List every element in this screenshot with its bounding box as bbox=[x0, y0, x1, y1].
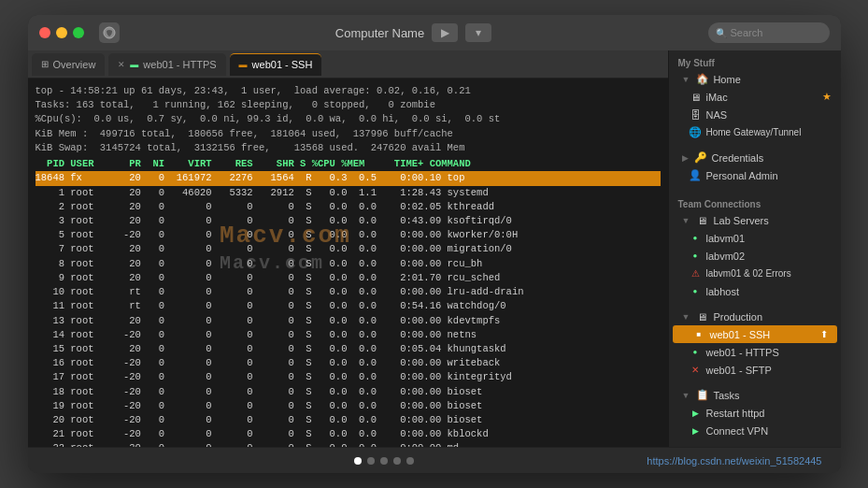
sidebar-item-personal-admin[interactable]: 👤 Personal Admin bbox=[669, 166, 841, 184]
bottom-link[interactable]: https://blog.csdn.net/weixin_51582445 bbox=[647, 455, 821, 466]
table-row: 1 root 20 0 46020 5332 2912 S 0.0 1.1 1:… bbox=[36, 186, 661, 200]
sidebar-item-web01-https[interactable]: ● web01 - HTTPS bbox=[669, 343, 841, 361]
sidebar-item-production[interactable]: ▼ 🖥 Production bbox=[669, 308, 841, 325]
labvm01-icon: ● bbox=[690, 232, 702, 244]
main-area: ⊞ Overview ✕ ▬ web01 - HTTPS ▬ web01 - S… bbox=[28, 50, 841, 447]
table-row: 18648 fx 20 0 161972 2276 1564 R 0.3 0.5… bbox=[36, 171, 661, 185]
bottom-bar: https://blog.csdn.net/weixin_51582445 bbox=[28, 447, 841, 473]
table-row: 22 root -20 0 0 0 0 S 0.0 0.0 0:00.00 md bbox=[36, 441, 661, 447]
terminal-content: top - 14:58:21 up 61 days, 23:43, 1 user… bbox=[28, 79, 668, 447]
dropdown-button[interactable]: ▾ bbox=[465, 23, 491, 42]
dot-1[interactable] bbox=[354, 457, 362, 465]
chevron-down-icon-lab: ▼ bbox=[682, 216, 690, 225]
sidebar-credentials-label: Credentials bbox=[712, 152, 764, 164]
term-line-5: KiB Swap: 3145724 total, 3132156 free, 1… bbox=[36, 141, 661, 155]
term-line-4: KiB Mem : 499716 total, 180656 free, 181… bbox=[36, 127, 661, 141]
table-row: 21 root -20 0 0 0 0 S 0.0 0.0 0:00.00 kb… bbox=[36, 427, 661, 441]
maximize-button[interactable] bbox=[73, 27, 84, 38]
table-row: 16 root -20 0 0 0 0 S 0.0 0.0 0:00.00 wr… bbox=[36, 356, 661, 370]
minimize-button[interactable] bbox=[56, 27, 67, 38]
table-row: 20 root -20 0 0 0 0 S 0.0 0.0 0:00.00 bi… bbox=[36, 413, 661, 427]
sidebar-team-section: Team Connections ▼ 🖥 Lab Servers ● labvm… bbox=[669, 192, 841, 302]
tab-web01-https[interactable]: ✕ ▬ web01 - HTTPS bbox=[108, 53, 225, 76]
sidebar-item-credentials-header[interactable]: ▶ 🔑 Credentials bbox=[669, 149, 841, 166]
play-icon-vpn: ▶ bbox=[690, 424, 702, 437]
table-row: 5 root -20 0 0 0 0 S 0.0 0.0 0:00.00 kwo… bbox=[36, 228, 661, 242]
traffic-lights[interactable] bbox=[39, 27, 84, 38]
table-row: 2 root 20 0 0 0 0 S 0.0 0.0 0:02.05 kthr… bbox=[36, 200, 661, 214]
tab-overview-label: Overview bbox=[53, 59, 96, 70]
monitor-icon-ssh: ▬ bbox=[239, 60, 248, 69]
home-icon: 🏠 bbox=[696, 73, 708, 85]
sidebar-item-tasks-header[interactable]: ▼ 📋 Tasks bbox=[669, 386, 841, 404]
sidebar-labvm-errors-label: labvm01 & 02 Errors bbox=[706, 268, 791, 279]
term-table-header: PID USER PR NI VIRT RES SHR S %CPU %MEM … bbox=[36, 157, 661, 171]
sidebar-labvm01-label: labvm01 bbox=[706, 233, 746, 244]
sidebar-item-labvm02[interactable]: ● labvm02 bbox=[669, 247, 841, 265]
table-row: 8 root 20 0 0 0 0 S 0.0 0.0 0:00.00 rcu_… bbox=[36, 257, 661, 271]
chevron-down-icon-prod: ▼ bbox=[682, 312, 690, 322]
table-row: 3 root 20 0 0 0 0 S 0.0 0.0 0:43.09 ksof… bbox=[36, 214, 661, 228]
dot-5[interactable] bbox=[406, 457, 414, 465]
web01-https-icon: ● bbox=[690, 346, 702, 358]
nas-icon: 🗄 bbox=[690, 108, 702, 121]
grid-icon: ⊞ bbox=[41, 59, 49, 69]
sidebar-item-lab-servers[interactable]: ▼ 🖥 Lab Servers bbox=[669, 211, 841, 229]
sidebar-personal-admin-label: Personal Admin bbox=[706, 170, 778, 181]
sidebar-item-labvm01[interactable]: ● labvm01 bbox=[669, 229, 841, 247]
tasks-header-icon: 📋 bbox=[696, 389, 708, 401]
my-stuff-title: My Stuff bbox=[669, 56, 841, 70]
search-bar[interactable]: 🔍 Search bbox=[708, 22, 830, 43]
sidebar-item-imac[interactable]: 🖥 iMac ★ bbox=[669, 88, 841, 106]
team-connections-title: Team Connections bbox=[669, 197, 841, 211]
sidebar-home-label: Home bbox=[713, 74, 740, 85]
sidebar-imac-label: iMac bbox=[706, 92, 728, 103]
sidebar-item-web01-ssh[interactable]: ■ web01 - SSH ⬆ bbox=[673, 325, 837, 343]
sidebar-restart-httpd-label: Restart httpd bbox=[706, 408, 765, 419]
sidebar-item-web01-sftp[interactable]: ✕ web01 - SFTP bbox=[669, 361, 841, 379]
sidebar-item-nas[interactable]: 🗄 NAS bbox=[669, 106, 841, 123]
term-line-3: %Cpu(s): 0.0 us, 0.7 sy, 0.0 ni, 99.3 id… bbox=[36, 112, 661, 126]
close-button[interactable] bbox=[39, 27, 50, 38]
tab-web01-https-label: web01 - HTTPS bbox=[143, 59, 216, 70]
sidebar-labhost-label: labhost bbox=[706, 286, 739, 297]
sidebar-item-labvm-errors[interactable]: ⚠ labvm01 & 02 Errors bbox=[669, 265, 841, 282]
play-button[interactable]: ▶ bbox=[432, 23, 458, 42]
sidebar-item-home-gateway[interactable]: 🌐 Home Gateway/Tunnel bbox=[669, 123, 841, 141]
sidebar-my-stuff: My Stuff ▼ 🏠 Home 🖥 iMac ★ 🗄 NAS bbox=[669, 50, 841, 143]
table-row: 17 root -20 0 0 0 0 S 0.0 0.0 0:00.00 ki… bbox=[36, 370, 661, 384]
sidebar-item-home[interactable]: ▼ 🏠 Home bbox=[669, 70, 841, 88]
sidebar-labvm02-label: labvm02 bbox=[706, 251, 746, 262]
sidebar-lab-label: Lab Servers bbox=[713, 215, 768, 226]
titlebar-center: Computer Name ▶ ▾ bbox=[127, 23, 701, 42]
tab-web01-https-close[interactable]: ✕ bbox=[118, 60, 125, 69]
app-icon bbox=[99, 22, 120, 43]
search-label: Search bbox=[731, 27, 763, 38]
term-line-2: Tasks: 163 total, 1 running, 162 sleepin… bbox=[36, 98, 661, 112]
web01-sftp-icon: ✕ bbox=[690, 364, 702, 376]
table-row: 14 root -20 0 0 0 0 S 0.0 0.0 0:00.00 ne… bbox=[36, 328, 661, 342]
tab-overview[interactable]: ⊞ Overview bbox=[32, 53, 106, 76]
production-icon: 🖥 bbox=[696, 310, 708, 323]
titlebar: Computer Name ▶ ▾ 🔍 Search bbox=[28, 15, 841, 50]
sidebar-item-connect-vpn[interactable]: ▶ Connect VPN bbox=[669, 422, 841, 439]
sidebar-tasks-label: Tasks bbox=[713, 390, 739, 401]
gateway-icon: 🌐 bbox=[690, 126, 702, 138]
dot-2[interactable] bbox=[367, 457, 375, 465]
sidebar-item-restart-httpd[interactable]: ▶ Restart httpd bbox=[669, 404, 841, 422]
labhost-icon: ● bbox=[690, 285, 702, 297]
tabs-bar: ⊞ Overview ✕ ▬ web01 - HTTPS ▬ web01 - S… bbox=[28, 50, 668, 79]
imac-icon: 🖥 bbox=[690, 91, 702, 103]
dot-4[interactable] bbox=[393, 457, 401, 465]
sidebar-nas-label: NAS bbox=[706, 109, 728, 121]
dot-3[interactable] bbox=[380, 457, 388, 465]
table-row: 7 root 20 0 0 0 0 S 0.0 0.0 0:00.00 migr… bbox=[36, 242, 661, 256]
tab-web01-ssh[interactable]: ▬ web01 - SSH bbox=[230, 53, 322, 76]
sidebar-item-labhost[interactable]: ● labhost bbox=[669, 282, 841, 300]
play-icon-httpd: ▶ bbox=[690, 407, 702, 419]
upload-icon: ⬆ bbox=[820, 329, 828, 339]
labvm02-icon: ● bbox=[690, 250, 702, 262]
table-row: 10 root rt 0 0 0 0 S 0.0 0.0 0:00.00 lru… bbox=[36, 285, 661, 299]
terminal-rows: 18648 fx 20 0 161972 2276 1564 R 0.3 0.5… bbox=[36, 171, 661, 447]
table-row: 19 root -20 0 0 0 0 S 0.0 0.0 0:00.00 bi… bbox=[36, 399, 661, 413]
